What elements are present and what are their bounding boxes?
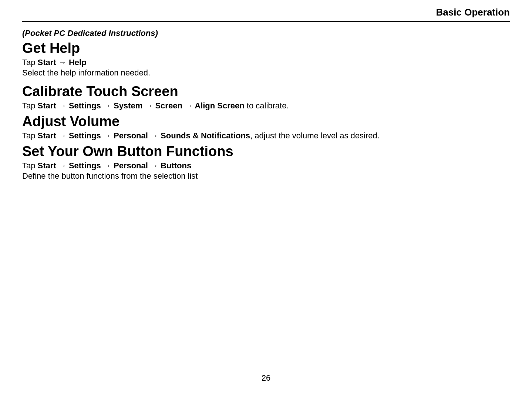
page-number: 26 <box>0 373 532 383</box>
subtitle: (Pocket PC Dedicated Instructions) <box>22 28 510 38</box>
page-container: Basic Operation (Pocket PC Dedicated Ins… <box>0 0 532 394</box>
section-button-functions: Set Your Own Button Functions Tap Start … <box>22 144 510 181</box>
adjust-volume-instruction: Tap Start → Settings → Personal → Sounds… <box>22 131 510 141</box>
header-row: Basic Operation <box>22 4 510 21</box>
calibrate-heading: Calibrate Touch Screen <box>22 84 510 100</box>
get-help-description: Select the help information needed. <box>22 68 510 78</box>
get-help-heading: Get Help <box>22 40 510 56</box>
section-get-help: Get Help Tap Start → Help Select the hel… <box>22 40 510 78</box>
button-functions-heading: Set Your Own Button Functions <box>22 144 510 159</box>
section-adjust-volume: Adjust Volume Tap Start → Settings → Per… <box>22 114 510 141</box>
button-functions-instruction: Tap Start → Settings → Personal → Button… <box>22 161 510 171</box>
adjust-volume-heading: Adjust Volume <box>22 114 510 129</box>
button-functions-description: Define the button functions from the sel… <box>22 171 510 181</box>
page-title: Basic Operation <box>436 7 510 18</box>
button-functions-path: Start → Settings → Personal → Buttons <box>38 161 192 170</box>
calibrate-instruction: Tap Start → Settings → System → Screen →… <box>22 101 510 111</box>
get-help-path: Start → Help <box>38 58 87 67</box>
adjust-volume-path: Start → Settings → Personal → Sounds & N… <box>38 131 250 140</box>
section-calibrate: Calibrate Touch Screen Tap Start → Setti… <box>22 84 510 111</box>
header-divider <box>22 21 510 22</box>
get-help-instruction: Tap Start → Help <box>22 58 510 67</box>
calibrate-path: Start → Settings → System → Screen → Ali… <box>38 101 245 110</box>
